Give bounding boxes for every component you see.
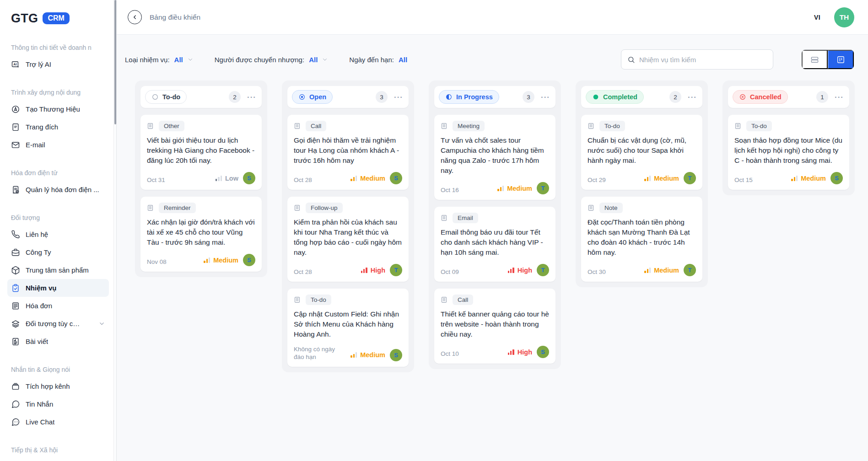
- kanban-view-button[interactable]: [828, 50, 854, 69]
- priority-and-assignee: MediumS: [204, 254, 255, 266]
- task-tag-row: Call: [294, 121, 402, 131]
- priority-and-assignee: MediumT: [644, 172, 696, 184]
- assignee-avatar[interactable]: S: [537, 346, 549, 358]
- sidebar-item-custom-objects[interactable]: Đối tượng tùy chỉnh: [7, 315, 109, 332]
- topbar: Bảng điều khiển VI TH: [117, 0, 868, 35]
- task-card[interactable]: To-doSoạn thảo hợp đồng tour Mice (du lị…: [728, 115, 849, 190]
- sidebar-item-label: Trung tâm sản phẩm: [26, 266, 89, 274]
- sidebar-item-messages[interactable]: Tin Nhắn: [7, 395, 109, 413]
- logo-text: GTG: [11, 11, 38, 26]
- task-tag: Email: [453, 213, 478, 223]
- sidebar-item-label: Tin Nhắn: [26, 400, 53, 408]
- sidebar-scrollbar-thumb[interactable]: [114, 0, 116, 124]
- sidebar-item-label: Nhiệm vụ: [26, 284, 57, 292]
- column-menu-button[interactable]: ···: [688, 93, 697, 101]
- sidebar-item-tasks[interactable]: Nhiệm vụ: [7, 279, 109, 297]
- language-selector[interactable]: VI: [814, 14, 820, 21]
- priority-label: High: [371, 267, 385, 274]
- priority-bars-icon: [508, 349, 514, 355]
- task-card[interactable]: ReminderXác nhận lại giờ đón/trả khách v…: [140, 197, 262, 272]
- task-card[interactable]: Follow-upKiểm tra phản hồi của khách sau…: [287, 197, 409, 282]
- view-toggle: [801, 49, 854, 70]
- column-menu-button[interactable]: ···: [394, 93, 403, 101]
- back-button[interactable]: [128, 10, 142, 24]
- sidebar-item-brand-builder[interactable]: Tạo Thương Hiệu: [7, 100, 109, 118]
- priority-and-assignee: MediumT: [497, 182, 549, 194]
- user-avatar[interactable]: TH: [834, 7, 854, 27]
- task-footer: Oct 30MediumT: [588, 264, 696, 276]
- circle-filled-icon: [592, 93, 599, 101]
- priority-bars-icon: [497, 186, 504, 191]
- sidebar-item-articles[interactable]: Bài viết: [7, 332, 109, 350]
- priority-bars-icon: [216, 176, 222, 181]
- assignee-avatar[interactable]: S: [390, 349, 402, 361]
- assignee-avatar[interactable]: T: [537, 264, 549, 276]
- sidebar-item-product-hub[interactable]: Trung tâm sản phẩm: [7, 261, 109, 279]
- assignee-avatar[interactable]: T: [390, 264, 402, 276]
- task-card[interactable]: MeetingTư vấn và chốt sales tour Campuch…: [434, 115, 555, 200]
- app-logo: GTG CRM: [11, 8, 109, 28]
- sidebar-item-invoices[interactable]: Hóa đơn: [7, 297, 109, 315]
- task-card[interactable]: OtherViết bài giới thiệu tour du lịch tr…: [140, 115, 262, 190]
- task-tag-row: To-do: [294, 295, 402, 305]
- assignee-avatar[interactable]: S: [830, 172, 843, 184]
- priority-bars-icon: [350, 352, 357, 358]
- priority-bars-icon: [644, 176, 651, 181]
- landing-page-icon: [11, 123, 20, 132]
- assignee-avatar[interactable]: T: [537, 182, 549, 194]
- assignee-avatar[interactable]: T: [684, 264, 696, 276]
- sidebar-scrollbar-track[interactable]: [113, 0, 117, 461]
- task-title: Thiết kế banner quảng cáo tour hè trên w…: [441, 309, 549, 339]
- status-pill-in-progress: In Progress: [439, 90, 499, 104]
- sidebar-item-label: Trợ lý AI: [26, 60, 51, 68]
- sidebar-item-live-chat[interactable]: Live Chat: [7, 413, 109, 431]
- sidebar-item-campaigns[interactable]: Chiến dịch: [7, 458, 109, 461]
- chevron-down-icon: [187, 56, 194, 63]
- column-menu-button[interactable]: ···: [835, 93, 844, 101]
- assignee-avatar[interactable]: T: [684, 172, 696, 184]
- sidebar-item-invoice-management[interactable]: Quản lý hóa đơn điện ...: [7, 181, 109, 198]
- status-pill-open: Open: [292, 90, 333, 104]
- task-footer: Không có ngày đáo hạnMediumS: [294, 346, 402, 361]
- filter-value[interactable]: All: [309, 56, 318, 64]
- priority-label: Medium: [507, 185, 532, 192]
- due-date: Oct 09: [441, 268, 459, 276]
- task-footer: Oct 15MediumS: [734, 172, 843, 184]
- due-date: Oct 28: [294, 268, 312, 276]
- column-menu-button[interactable]: ···: [541, 93, 550, 101]
- filter-due-date: Ngày đến hạn:All: [349, 56, 407, 64]
- filter-value[interactable]: All: [399, 56, 407, 64]
- status-label: To-do: [162, 93, 180, 101]
- assignee-avatar[interactable]: S: [243, 254, 255, 266]
- sidebar-item-channel-integration[interactable]: Tích hợp kênh: [7, 377, 109, 395]
- due-date: Không có ngày đáo hạn: [294, 346, 340, 361]
- task-tag-row: Follow-up: [294, 203, 402, 213]
- sidebar-item-label: Tạo Thương Hiệu: [26, 105, 80, 113]
- task-tag: Meeting: [453, 121, 485, 131]
- sidebar-item-landing-page[interactable]: Trang đích: [7, 118, 109, 136]
- due-date: Oct 30: [588, 268, 606, 276]
- task-card[interactable]: EmailEmail thông báo ưu đãi tour Tết cho…: [434, 207, 555, 282]
- task-card[interactable]: CallGọi điện hỏi thăm về trải nghiệm tou…: [287, 115, 409, 190]
- sidebar-item-contacts[interactable]: Liên hệ: [7, 225, 109, 243]
- assignee-avatar[interactable]: S: [390, 172, 402, 184]
- list-view-button[interactable]: [802, 50, 828, 69]
- column-menu-button[interactable]: ···: [247, 93, 256, 101]
- task-footer: Oct 28HighT: [294, 264, 402, 276]
- sidebar-item-company[interactable]: Công Ty: [7, 243, 109, 261]
- task-card[interactable]: To-doChuẩn bị các vật dụng (cờ, mũ, nước…: [581, 115, 702, 190]
- task-card[interactable]: NoteĐặt cọc/Thanh toán tiền phòng khách …: [581, 197, 702, 282]
- invoice-check-icon: [11, 185, 20, 194]
- assignee-avatar[interactable]: S: [243, 172, 255, 184]
- sidebar-item-email[interactable]: E-mail: [7, 136, 109, 154]
- search-input[interactable]: [639, 56, 767, 64]
- circle-half-icon: [445, 93, 453, 101]
- task-footer: Oct 10HighS: [441, 346, 549, 358]
- task-card[interactable]: To-doCập nhật Custom Field: Ghi nhận Sở …: [287, 289, 409, 367]
- sidebar-item-ai-assistant[interactable]: AITrợ lý AI: [7, 55, 109, 73]
- filter-value[interactable]: All: [174, 56, 183, 64]
- priority-and-assignee: MediumS: [350, 349, 402, 361]
- circle-outline-icon: [151, 93, 159, 101]
- task-card[interactable]: CallThiết kế banner quảng cáo tour hè tr…: [434, 289, 555, 364]
- app-window: GTG CRM Thông tin chi tiết về doanh nAIT…: [0, 0, 868, 461]
